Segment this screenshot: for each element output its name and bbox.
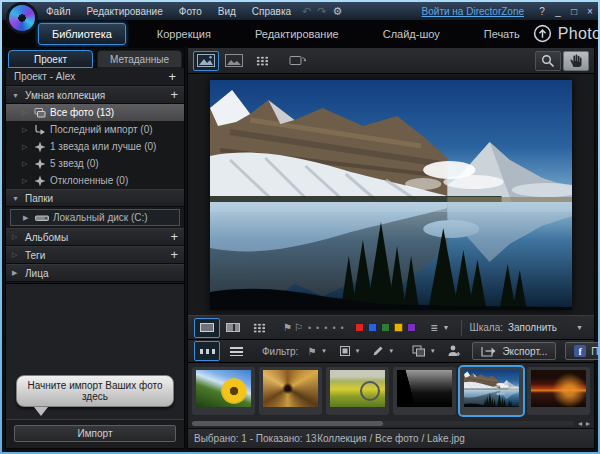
stack-dropdown[interactable]: ▾ — [407, 343, 440, 359]
thumbnail-spiral-staircase[interactable] — [259, 367, 322, 415]
scrollbar-thumb[interactable] — [192, 421, 383, 426]
undo-icon[interactable]: ↶ — [302, 5, 311, 18]
viewer-mode-grid-button[interactable] — [249, 51, 275, 71]
tab-adjustment[interactable]: Коррекция — [144, 24, 224, 44]
filmstrip-view-button[interactable] — [194, 341, 220, 361]
thumbnail-dark-shore[interactable] — [393, 367, 456, 415]
viewer-mode-photo-button[interactable] — [193, 51, 219, 71]
scale-dropdown[interactable]: Заполнить ▼ — [503, 320, 588, 335]
expand-arrow-icon[interactable]: ▶ — [23, 214, 31, 222]
thumbnail-mountain-lake-selected[interactable] — [460, 367, 523, 415]
tab-project[interactable]: Проект — [8, 50, 93, 68]
menu-view[interactable]: Вид — [210, 6, 244, 17]
sort-menu-button[interactable]: ≡ ▼ — [426, 321, 455, 335]
close-button[interactable]: × — [582, 6, 598, 17]
tab-print[interactable]: Печать — [471, 24, 533, 44]
expand-arrow-icon[interactable]: ▷ — [22, 109, 30, 117]
zoom-tool-button[interactable] — [535, 51, 561, 71]
color-label-green[interactable] — [381, 323, 390, 332]
rating-filter-dropdown[interactable]: ▾ — [367, 343, 398, 359]
tab-library[interactable]: Библиотека — [38, 23, 126, 45]
mountain-lake-photo[interactable] — [210, 80, 572, 310]
settings-gear-icon[interactable]: ⚙ — [333, 5, 343, 18]
collapse-arrow-icon[interactable]: ▷ — [12, 251, 20, 259]
scroll-right-arrow[interactable]: ▸ — [586, 419, 590, 428]
section-title: Папки — [25, 193, 53, 204]
single-view-button[interactable] — [194, 318, 220, 338]
chevron-down-icon: ▾ — [431, 347, 435, 355]
scrollbar-track[interactable] — [192, 421, 574, 426]
thumbnail-bicycle-meadow[interactable] — [326, 367, 389, 415]
share-button[interactable]: f Поделиться... — [565, 342, 598, 360]
add-tag-button[interactable]: + — [170, 250, 178, 260]
star-icon — [34, 158, 46, 170]
secondary-display-button[interactable] — [285, 51, 311, 71]
thumbnail-sunset[interactable] — [527, 367, 590, 415]
redo-icon[interactable]: ↷ — [317, 5, 326, 18]
scroll-left-arrow[interactable]: ◂ — [578, 419, 582, 428]
tag-face-button[interactable] — [442, 342, 466, 360]
filmstrip — [188, 362, 594, 418]
collapse-arrow-icon[interactable]: ▶ — [12, 269, 20, 277]
directorzone-login-link[interactable]: Войти на DirectorZone — [422, 6, 524, 17]
thumbnail-sunflower[interactable] — [192, 367, 255, 415]
photo-stage — [188, 74, 594, 315]
star-icon — [34, 175, 46, 187]
expand-arrow-icon[interactable]: ▷ — [22, 160, 30, 168]
stack-icon — [412, 345, 426, 357]
add-smart-collection-button[interactable]: + — [170, 90, 178, 100]
menu-file[interactable]: Файл — [38, 6, 79, 17]
color-label-purple[interactable] — [407, 323, 416, 332]
expand-arrow-icon[interactable]: ▷ — [22, 177, 30, 185]
tab-metadata[interactable]: Метаданные — [97, 50, 182, 68]
grid-view-icon — [256, 56, 269, 66]
collapse-arrow-icon[interactable]: ▼ — [12, 92, 20, 99]
pan-tool-button[interactable] — [563, 51, 589, 71]
tree-item-all-photos[interactable]: ▷ Все фото (13) — [6, 104, 184, 121]
menu-photo[interactable]: Фото — [171, 6, 210, 17]
compare-view-button[interactable] — [220, 318, 246, 338]
tree-item-rejected[interactable]: ▷ Отклоненные (0) — [6, 172, 184, 189]
import-button[interactable]: Импорт — [14, 425, 176, 442]
pencil-icon — [372, 345, 384, 357]
export-button[interactable]: Экспорт... — [472, 342, 556, 360]
add-album-button[interactable]: + — [170, 232, 178, 242]
viewer-mode-browser-button[interactable] — [221, 51, 247, 71]
section-smart-collection[interactable]: ▼ Умная коллекция + — [6, 86, 184, 104]
section-albums[interactable]: ▷ Альбомы + — [6, 228, 184, 246]
tree-item-five-stars[interactable]: ▷ 5 звезд (0) — [6, 155, 184, 172]
browser-viewer-icon — [225, 54, 243, 67]
add-project-button[interactable]: + — [168, 72, 176, 82]
collapse-arrow-icon[interactable]: ▷ — [12, 233, 20, 241]
section-faces[interactable]: ▶ Лица — [6, 264, 184, 282]
bicycle-meadow-photo — [330, 370, 385, 407]
tab-slideshow[interactable]: Слайд-шоу — [370, 24, 453, 44]
module-tab-bar: Библиотека Коррекция Редактирование Слай… — [2, 20, 598, 47]
expand-arrow-icon[interactable]: ▷ — [22, 143, 30, 151]
menu-edit[interactable]: Редактирование — [79, 6, 171, 17]
grid-view-button[interactable] — [246, 318, 272, 338]
color-label-blue[interactable] — [368, 323, 377, 332]
color-label-yellow[interactable] — [394, 323, 403, 332]
menu-lines-icon: ≡ — [431, 323, 438, 333]
tree-item-label: Локальный диск (C:) — [53, 212, 148, 223]
collapse-arrow-icon[interactable]: ▼ — [12, 195, 20, 202]
tab-edit[interactable]: Редактирование — [242, 24, 352, 44]
flag-filter-dropdown[interactable]: ⚑ ▾ — [301, 344, 330, 359]
flag-reject-icon[interactable]: ⚐ — [294, 322, 303, 333]
minimize-button[interactable]: _ — [550, 6, 566, 17]
star-rating-dots[interactable]: ••••• — [308, 323, 349, 333]
list-view-button[interactable] — [223, 341, 249, 361]
tree-item-one-star-or-better[interactable]: ▷ 1 звезда или лучше (0) — [6, 138, 184, 155]
expand-arrow-icon[interactable]: ▷ — [22, 126, 30, 134]
section-tags[interactable]: ▷ Теги + — [6, 246, 184, 264]
menu-help[interactable]: Справка — [244, 6, 299, 17]
flag-pick-icon[interactable]: ⚑ — [283, 322, 292, 333]
tree-item-latest-import[interactable]: ▷ Последний импорт (0) — [6, 121, 184, 138]
color-filter-dropdown[interactable]: ▾ — [334, 343, 365, 359]
maximize-button[interactable]: □ — [566, 6, 582, 17]
section-folders[interactable]: ▼ Папки — [6, 189, 184, 207]
color-label-red[interactable] — [355, 323, 364, 332]
help-button[interactable]: ? — [534, 6, 550, 17]
tree-item-local-disk-c[interactable]: ▶ Локальный диск (C:) — [10, 209, 180, 226]
